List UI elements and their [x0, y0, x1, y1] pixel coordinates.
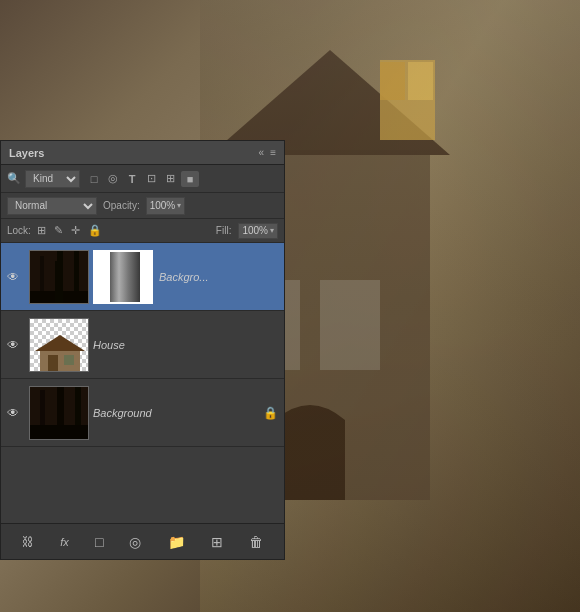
fill-label: Fill:	[216, 225, 232, 236]
layer-visibility-toggle[interactable]: 👁	[7, 406, 23, 420]
filter-smart-icon[interactable]: ⊞	[162, 171, 178, 187]
layer-locked-icon: 🔒	[263, 406, 278, 420]
filter-kind-select[interactable]: Kind	[25, 170, 80, 188]
layers-panel: Layers « ≡ 🔍 Kind □ ◎ T ⊡ ⊞ ■ Normal Opa…	[0, 140, 285, 560]
layer-row[interactable]: 👁	[1, 311, 284, 379]
new-layer-icon[interactable]: ⊞	[211, 534, 223, 550]
panel-collapse-button[interactable]: «	[259, 147, 265, 158]
svg-rect-10	[57, 251, 63, 304]
filter-pixel-icon[interactable]: □	[86, 171, 102, 187]
svg-rect-30	[30, 425, 89, 440]
lock-position-icon[interactable]: ✎	[54, 224, 63, 237]
svg-rect-15	[110, 252, 140, 304]
layer-row[interactable]: 👁	[1, 243, 284, 311]
add-adjustment-icon[interactable]: ◎	[129, 534, 141, 550]
layer-name: Backgro...	[159, 271, 278, 283]
layer-thumbnail	[29, 318, 89, 372]
panel-controls: « ≡	[259, 147, 276, 158]
lock-all-icon[interactable]: 🔒	[88, 224, 102, 237]
filter-label: 🔍	[7, 172, 21, 185]
opacity-label: Opacity:	[103, 200, 140, 211]
layer-row[interactable]: 👁 Background 🔒	[1, 379, 284, 447]
layer-thumb-content	[30, 251, 88, 303]
filter-icons: □ ◎ T ⊡ ⊞ ■	[86, 171, 199, 187]
fill-arrow[interactable]: ▾	[270, 226, 274, 235]
svg-rect-13	[30, 291, 89, 304]
lock-artboard-icon[interactable]: ✛	[71, 224, 80, 237]
filter-toggle-icon[interactable]: ■	[181, 171, 199, 187]
layer-name: Background	[93, 407, 263, 419]
panel-header: Layers « ≡	[1, 141, 284, 165]
svg-rect-24	[48, 355, 58, 371]
layers-list: 👁	[1, 243, 284, 447]
blend-mode-row: Normal Opacity: 100% ▾	[1, 193, 284, 219]
new-group-icon[interactable]: 📁	[168, 534, 185, 550]
lock-row: Lock: ⊞ ✎ ✛ 🔒 Fill: 100% ▾	[1, 219, 284, 243]
add-mask-icon[interactable]: □	[95, 534, 103, 550]
filter-adjustment-icon[interactable]: ◎	[105, 171, 121, 187]
lock-label: Lock:	[7, 225, 31, 236]
blend-mode-select[interactable]: Normal	[7, 197, 97, 215]
panel-title: Layers	[9, 147, 44, 159]
layer-mask-thumbnail	[93, 250, 153, 304]
svg-rect-25	[64, 355, 74, 365]
layer-visibility-toggle[interactable]: 👁	[7, 338, 23, 352]
filter-row: 🔍 Kind □ ◎ T ⊡ ⊞ ■	[1, 165, 284, 193]
delete-layer-icon[interactable]: 🗑	[249, 534, 263, 550]
layer-thumbnail	[29, 386, 89, 440]
opacity-arrow[interactable]: ▾	[177, 201, 181, 210]
add-fx-icon[interactable]: fx	[60, 536, 69, 548]
link-layers-icon[interactable]: ⛓	[22, 535, 34, 549]
fill-value: 100%	[242, 225, 268, 236]
panel-menu-button[interactable]: ≡	[270, 147, 276, 158]
layer-visibility-toggle[interactable]: 👁	[7, 270, 23, 284]
lock-pixels-icon[interactable]: ⊞	[37, 224, 46, 237]
opacity-value: 100%	[150, 200, 176, 211]
panel-footer: ⛓ fx □ ◎ 📁 ⊞ 🗑	[1, 523, 284, 559]
layer-thumbnail	[29, 250, 89, 304]
layer-name: House	[93, 339, 278, 351]
filter-shape-icon[interactable]: ⊡	[143, 171, 159, 187]
filter-type-icon[interactable]: T	[124, 171, 140, 187]
